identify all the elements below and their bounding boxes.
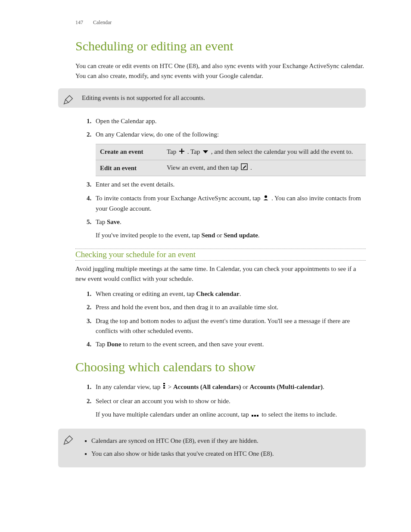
step-3: Enter and set the event details. [93, 180, 366, 190]
svg-rect-7 [257, 415, 258, 417]
c2-text: Select or clear an account you wish to s… [96, 398, 230, 404]
s5sub-mid: or [215, 232, 224, 239]
c1-b: . [323, 383, 324, 390]
note-li-1: Calendars are synced on HTC One (E8), ev… [91, 436, 357, 446]
steps-list-a: Open the Calendar app. On any Calendar v… [60, 116, 366, 241]
row-edit-label: Edit an event [96, 160, 162, 176]
action-table-wrap: Create an event Tap . Tap , and then sel… [96, 144, 366, 176]
b4-a: Tap [96, 341, 107, 348]
heading-scheduling: Scheduling or editing an event [75, 39, 366, 53]
r1-b: . Tap [187, 148, 202, 155]
manual-page: 147 Calendar Scheduling or editing an ev… [0, 0, 411, 532]
person-icon [263, 194, 269, 204]
note-box-calendars: Calendars are synced on HTC One (E8), ev… [58, 429, 366, 467]
b1-b: . [240, 290, 241, 297]
pencil-icon [62, 434, 75, 446]
svg-rect-2 [163, 383, 165, 384]
check-calendar-bold: Check calendar [196, 290, 239, 297]
r2-b: . [250, 164, 252, 171]
page-header: 147 Calendar [75, 19, 366, 26]
svg-rect-3 [163, 385, 165, 386]
c1-mid: or [241, 383, 249, 390]
send-update-bold: Send update [224, 232, 258, 239]
row-create-desc: Tap . Tap , and then select the calendar… [162, 144, 366, 160]
svg-rect-4 [163, 387, 165, 389]
steps-list-b: When creating or editing an event, tap C… [60, 289, 366, 349]
action-table: Create an event Tap . Tap , and then sel… [96, 144, 366, 176]
c1-gt: > [168, 383, 173, 390]
note-text: Editing events is not supported for all … [82, 94, 205, 101]
svg-rect-6 [254, 415, 256, 417]
b-step-4: Tap Done to return to the event screen, … [93, 339, 366, 349]
step-1: Open the Calendar app. [93, 116, 366, 126]
c-step-2-sub: If you have multiple calendars under an … [96, 410, 366, 420]
b-step-2: Press and hold the event box, and then d… [93, 302, 366, 312]
save-bold: Save [107, 218, 120, 225]
s5sub-a: If you've invited people to the event, t… [96, 232, 202, 239]
heading-choosing: Choosing which calendars to show [75, 360, 366, 374]
r1-c: , and then select the calendar you will … [211, 148, 353, 155]
step-2: On any Calendar view, do one of the foll… [93, 130, 366, 177]
s5-a: Tap [96, 218, 107, 225]
ellipsis-icon [251, 410, 259, 420]
note-li-2: You can also show or hide tasks that you… [91, 448, 357, 459]
s5sub-end: . [258, 232, 260, 239]
row-create: Create an event Tap . Tap , and then sel… [96, 144, 366, 160]
subheading-checking: Checking your schedule for an event [75, 249, 366, 261]
c2sub-b: to select the items to include. [262, 411, 337, 418]
plus-icon [179, 147, 185, 157]
s4-a: To invite contacts from your Exchange Ac… [96, 195, 262, 202]
done-bold: Done [107, 341, 121, 348]
dropdown-icon [202, 147, 209, 157]
menu-dots-vertical-icon [163, 383, 165, 392]
intro-checking: Avoid juggling multiple meetings at the … [75, 264, 366, 284]
svg-rect-5 [252, 415, 253, 417]
note-box-editing: Editing events is not supported for all … [58, 88, 366, 108]
step-2-text: On any Calendar view, do one of the foll… [96, 131, 219, 138]
step-5-sub: If you've invited people to the event, t… [96, 230, 366, 240]
steps-list-c: In any calendar view, tap > Accounts (Al… [60, 382, 366, 420]
svg-point-1 [265, 195, 267, 198]
note-list: Calendars are synced on HTC One (E8), ev… [82, 436, 357, 459]
row-edit: Edit an event View an event, and then ta… [96, 160, 366, 176]
intro-paragraph: You can create or edit events on HTC One… [75, 61, 366, 81]
page-number: 147 [75, 19, 83, 26]
b4-b: to return to the event screen, and then … [121, 341, 264, 348]
b1-a: When creating or editing an event, tap [96, 290, 196, 297]
r1-a: Tap [167, 148, 178, 155]
c1-a: In any calendar view, tap [96, 383, 162, 390]
row-create-label: Create an event [96, 144, 162, 160]
accounts-multi-bold: Accounts (Multi-calendar) [249, 383, 323, 390]
c2sub-a: If you have multiple calendars under an … [96, 411, 250, 418]
b-step-3: Drag the top and bottom nodes to adjust … [93, 316, 366, 336]
row-edit-desc: View an event, and then tap . [162, 160, 366, 176]
edit-box-icon [241, 163, 248, 173]
step-4: To invite contacts from your Exchange Ac… [93, 193, 366, 214]
c-step-2: Select or clear an account you wish to s… [93, 396, 366, 420]
pencil-icon [62, 93, 75, 106]
s5-b: . [120, 218, 121, 225]
r2-a: View an event, and then tap [167, 164, 240, 171]
accounts-all-bold: Accounts (All calendars) [173, 383, 241, 390]
section-name: Calendar [93, 19, 112, 25]
c-step-1: In any calendar view, tap > Accounts (Al… [93, 382, 366, 392]
b-step-1: When creating or editing an event, tap C… [93, 289, 366, 299]
send-bold: Send [202, 232, 215, 239]
step-5: Tap Save. If you've invited people to th… [93, 217, 366, 241]
